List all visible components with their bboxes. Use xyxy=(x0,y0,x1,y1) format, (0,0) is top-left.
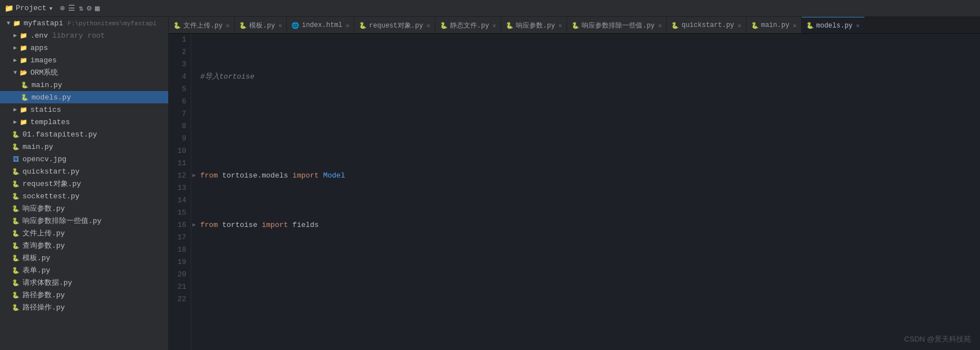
tab-index-icon: 🌐 xyxy=(291,22,299,29)
pathparam-label: 路径参数.py xyxy=(23,290,65,300)
sidebar-item-response[interactable]: 🐍 响应参数.py xyxy=(0,202,168,215)
tab-bar: 🐍 文件上传.py ✕ 🐍 模板.py ✕ 🌐 index.html ✕ 🐍 r… xyxy=(169,17,980,34)
response-icon: 🐍 xyxy=(11,204,20,213)
tab-index-label: index.html xyxy=(302,21,342,29)
tab-quickstart-close[interactable]: ✕ xyxy=(738,22,741,29)
form-icon: 🐍 xyxy=(11,266,20,275)
sidebar-item-reqbody[interactable]: 🐍 请求体数据.py xyxy=(0,276,168,289)
sidebar-item-opencv[interactable]: 🖼 opencv.jpg xyxy=(0,153,168,165)
tab-response-close[interactable]: ✕ xyxy=(559,22,563,29)
tab-file-upload-label: 文件上传.py xyxy=(183,21,223,30)
pathop-label: 路径操作.py xyxy=(23,302,65,312)
sidebar-item-statics[interactable]: ▶ 📁 statics xyxy=(0,103,168,116)
tab-static[interactable]: 🐍 静态文件.py ✕ xyxy=(435,17,501,34)
fold-3[interactable]: ▶ xyxy=(192,170,196,182)
tab-request-label: request对象.py xyxy=(369,21,423,30)
sidebar-item-templates[interactable]: ▶ 📁 templates xyxy=(0,116,168,128)
query-label: 查询参数.py xyxy=(23,240,65,251)
sidebar-item-main-py[interactable]: 🐍 main.py xyxy=(0,79,168,91)
form-label: 表单.py xyxy=(23,265,50,275)
sidebar-item-sockettest[interactable]: 🐍 sockettest.py xyxy=(0,190,168,202)
response-label: 响应参数.py xyxy=(23,203,65,213)
sidebar-item-query[interactable]: 🐍 查询参数.py xyxy=(0,239,168,252)
sidebar-item-apps[interactable]: ▶ 📁 apps xyxy=(0,42,168,54)
tab-index[interactable]: 🌐 index.html ✕ xyxy=(287,17,354,34)
fold-4[interactable]: ▶ xyxy=(192,219,196,231)
tab-static-label: 静态文件.py xyxy=(450,21,489,30)
response-ex-label: 响应参数排除一些值.py xyxy=(23,216,101,226)
tab-template[interactable]: 🐍 模板.py ✕ xyxy=(235,17,287,34)
sidebar-item-env[interactable]: ▶ 📁 .env library root xyxy=(0,29,168,42)
watermark: CSDN @景天科技苑 xyxy=(904,334,971,344)
sidebar-item-fastapitest[interactable]: 🐍 01.fastapitest.py xyxy=(0,128,168,140)
tab-request[interactable]: 🐍 request对象.py ✕ xyxy=(354,17,435,34)
upload-icon: 🐍 xyxy=(11,229,20,238)
sidebar-item-main2[interactable]: 🐍 main.py xyxy=(0,140,168,153)
tab-response-ex-label: 响应参数排除一些值.py xyxy=(582,21,655,30)
upload-label: 文件上传.py xyxy=(23,228,65,238)
sidebar-item-quickstart[interactable]: 🐍 quickstart.py xyxy=(0,165,168,178)
code-from-3: from xyxy=(200,170,218,182)
sidebar-root[interactable]: ▼ 📁 myfastapi F:\pythonitems\myfastapi xyxy=(0,17,168,29)
sidebar-item-models-py[interactable]: 🐍 models.py xyxy=(0,91,168,103)
orm-folder-icon: 📂 xyxy=(19,68,28,77)
pathop-icon: 🐍 xyxy=(11,303,20,312)
tab-main-close[interactable]: ✕ xyxy=(793,22,797,29)
sidebar-item-images[interactable]: ▶ 📁 images xyxy=(0,54,168,66)
sidebar-item-response-ex[interactable]: 🐍 响应参数排除一些值.py xyxy=(0,215,168,227)
tab-response-icon: 🐍 xyxy=(506,22,514,29)
sidebar-item-orm[interactable]: ▼ 📂 ORM系统 xyxy=(0,66,168,79)
tab-models-icon: 🐍 xyxy=(806,22,814,29)
tab-response[interactable]: 🐍 响应参数.py ✕ xyxy=(501,17,567,34)
sidebar-item-form[interactable]: 🐍 表单.py xyxy=(0,264,168,276)
tab-static-close[interactable]: ✕ xyxy=(492,22,496,29)
code-line-4: ▶ from tortoise import fields xyxy=(200,219,980,231)
main-py-label: main.py xyxy=(32,81,62,89)
sidebar-item-pathop[interactable]: 🐍 路径操作.py xyxy=(0,301,168,313)
tab-response-ex-close[interactable]: ✕ xyxy=(658,22,662,29)
code-editor[interactable]: #导入tortoise ▶ from tortoise.models impor… xyxy=(191,34,980,350)
sidebar-item-template[interactable]: 🐍 模板.py xyxy=(0,252,168,264)
reqbody-icon: 🐍 xyxy=(11,278,20,287)
statics-arrow: ▶ xyxy=(11,106,19,113)
title-bar-icons: ⊕ ☰ ⇅ ⚙ ▦ xyxy=(60,3,100,13)
tab-response-label: 响应参数.py xyxy=(516,21,555,30)
line-numbers: 12345 678910 1112131415 1617181920 2122 xyxy=(169,34,191,350)
code-import-4: import xyxy=(262,219,288,231)
tab-models-close[interactable]: ✕ xyxy=(856,22,860,29)
tab-models[interactable]: 🐍 models.py ✕ xyxy=(802,17,865,34)
tab-file-upload[interactable]: 🐍 文件上传.py ✕ xyxy=(169,17,235,34)
tab-index-close[interactable]: ✕ xyxy=(345,22,349,29)
sidebar: ▼ 📁 myfastapi F:\pythonitems\myfastapi ▶… xyxy=(0,17,169,350)
tab-file-upload-icon: 🐍 xyxy=(173,22,181,29)
apps-label: apps xyxy=(30,44,48,52)
env-label: .env library root xyxy=(30,31,105,40)
sidebar-item-pathparam[interactable]: 🐍 路径参数.py xyxy=(0,289,168,301)
icon-3[interactable]: ⇅ xyxy=(79,3,83,13)
root-arrow: ▼ xyxy=(5,20,12,26)
quickstart-label: quickstart.py xyxy=(23,167,79,176)
tab-main[interactable]: 🐍 main.py ✕ xyxy=(747,17,802,34)
sidebar-item-upload[interactable]: 🐍 文件上传.py xyxy=(0,227,168,239)
tab-file-upload-close[interactable]: ✕ xyxy=(226,22,230,29)
settings-icon[interactable]: ⚙ xyxy=(87,3,91,13)
sidebar-item-request[interactable]: 🐍 request对象.py xyxy=(0,178,168,190)
tab-response-ex[interactable]: 🐍 响应参数排除一些值.py ✕ xyxy=(567,17,667,34)
statics-label: statics xyxy=(30,106,61,114)
tab-request-close[interactable]: ✕ xyxy=(426,22,430,29)
orm-label: ORM系统 xyxy=(30,67,58,78)
tab-models-label: models.py xyxy=(816,22,853,30)
opencv-label: opencv.jpg xyxy=(23,155,66,163)
icon-1[interactable]: ⊕ xyxy=(60,3,64,13)
template-icon: 🐍 xyxy=(11,253,20,262)
tab-main-label: main.py xyxy=(761,21,789,29)
response-ex-icon: 🐍 xyxy=(11,216,20,225)
images-arrow: ▶ xyxy=(11,57,19,63)
tab-main-icon: 🐍 xyxy=(751,22,759,29)
layout-icon[interactable]: ▦ xyxy=(95,3,100,13)
icon-2[interactable]: ☰ xyxy=(68,3,75,13)
tab-template-close[interactable]: ✕ xyxy=(278,22,282,29)
tab-quickstart[interactable]: 🐍 quickstart.py ✕ xyxy=(667,17,746,34)
project-menu[interactable]: 📁 Project ▾ xyxy=(5,4,53,13)
opencv-icon: 🖼 xyxy=(11,154,20,163)
